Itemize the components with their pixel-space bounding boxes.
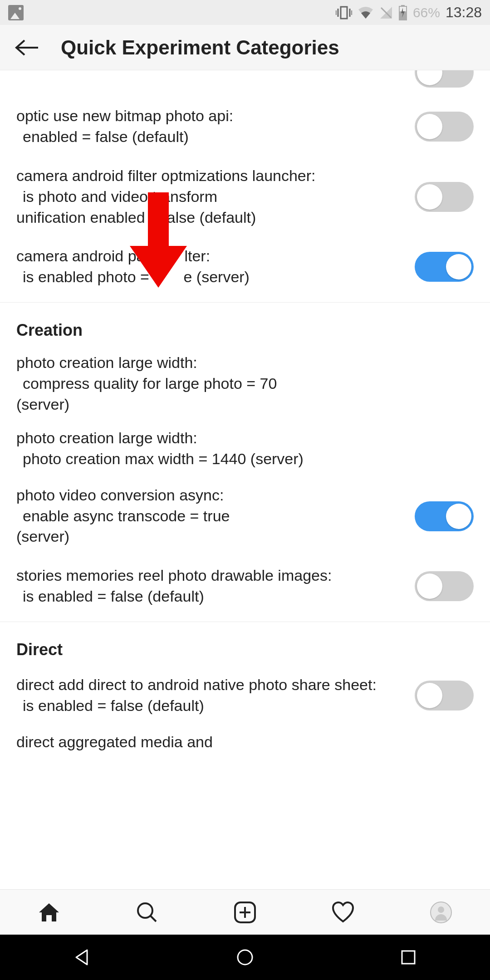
setting-label: photo video conversion async: enable asy… [16,485,406,548]
wifi-icon [358,6,374,20]
content-area[interactable]: placeholder hidden text that pushes heig… [0,70,490,935]
battery-charging-icon [398,5,407,20]
toggle-knob [417,683,442,708]
setting-label: photo creation large width: photo creati… [16,428,474,470]
setting-row[interactable]: photo creation large width: photo creati… [0,421,490,476]
status-right: 66% 13:28 [336,4,482,21]
arrow-down-icon [130,192,187,288]
setting-label: direct add direct to android native phot… [16,675,406,716]
svg-point-10 [138,903,152,918]
setting-label: camera android filter optmizations launc… [16,166,406,228]
vibrate-icon [336,6,352,20]
setting-row-clipped[interactable]: placeholder hidden text that pushes heig… [0,70,490,97]
toggle-switch[interactable] [415,681,474,710]
circle-home-icon [236,948,254,966]
nav-add[interactable] [231,899,259,926]
search-icon [135,901,159,924]
toggle-switch[interactable] [415,112,474,142]
toggle-knob [446,254,471,279]
sys-nav-recent[interactable] [395,944,422,971]
toggle-switch[interactable] [415,252,474,282]
toggle-knob [417,114,442,139]
setting-label: placeholder hidden text that pushes heig… [16,70,406,87]
toggle-switch[interactable] [415,70,474,88]
setting-row[interactable]: camera android par lter: is enabled phot… [0,237,490,297]
app-header: Quick Experiment Categories [0,25,490,70]
status-left [8,5,24,20]
picture-icon [8,5,24,20]
svg-point-15 [238,950,252,965]
sys-nav-home[interactable] [231,944,259,971]
status-bar: 66% 13:28 [0,0,490,25]
setting-label: direct aggregated media and [16,732,474,753]
nav-activity[interactable] [329,899,357,926]
battery-percentage: 66% [413,5,440,20]
nav-profile[interactable] [427,899,455,926]
add-post-icon [233,901,257,924]
section-separator [0,622,490,622]
setting-row[interactable]: photo creation large width: compress qua… [0,346,490,421]
section-header-direct: Direct [0,627,490,666]
toggle-switch[interactable] [415,501,474,531]
setting-row-partial[interactable]: direct aggregated media and [0,725,490,753]
setting-row[interactable]: photo video conversion async: enable asy… [0,476,490,557]
system-nav [0,935,490,980]
svg-rect-16 [402,951,415,964]
setting-row[interactable]: stories memories reel photo drawable ima… [0,556,490,616]
page-title: Quick Experiment Categories [61,36,339,59]
avatar-icon [430,902,452,923]
nav-home[interactable] [35,899,63,926]
section-header-creation: Creation [0,308,490,346]
status-time: 13:28 [446,4,482,21]
home-icon [37,901,61,924]
svg-line-11 [151,916,156,921]
toggle-switch[interactable] [415,182,474,212]
setting-label: optic use new bitmap photo api: enabled … [16,106,406,147]
svg-rect-0 [341,7,347,19]
back-button[interactable] [11,32,43,64]
bottom-nav [0,889,490,935]
triangle-back-icon [73,948,91,966]
toggle-switch[interactable] [415,571,474,601]
annotation-arrow-down [130,192,187,288]
square-recent-icon [399,948,417,966]
toggle-knob [417,184,442,210]
setting-row[interactable]: camera android filter optmizations launc… [0,157,490,237]
setting-label: photo creation large width: compress qua… [16,353,474,415]
nav-search[interactable] [133,899,161,926]
toggle-knob [446,504,471,529]
arrow-left-icon [15,39,39,57]
toggle-knob [417,70,442,85]
sys-nav-back[interactable] [68,944,95,971]
setting-row[interactable]: optic use new bitmap photo api: enabled … [0,97,490,157]
section-separator [0,302,490,303]
setting-label: camera android par lter: is enabled phot… [16,246,406,288]
setting-row[interactable]: direct add direct to android native phot… [0,666,490,725]
setting-label: stories memories reel photo drawable ima… [16,565,406,607]
signal-icon [379,6,393,20]
toggle-knob [417,573,442,599]
heart-icon [331,901,355,924]
